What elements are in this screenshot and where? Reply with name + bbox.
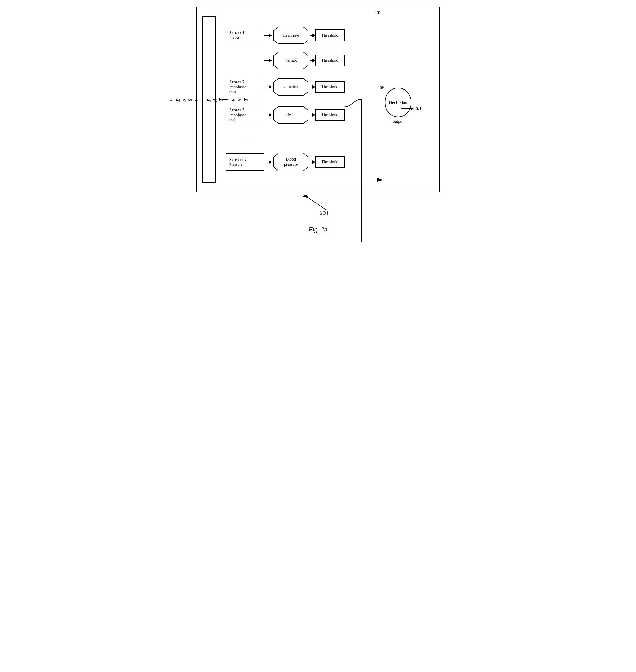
octagon5-wrapper: Blood pressure — [272, 152, 310, 172]
sensor2-title: Sensor 2: — [229, 80, 261, 84]
sensor3-title: Sensor 3: — [229, 108, 261, 113]
diagram-box: 203 205 S E N S E P A T I E N T Sensor 1… — [196, 6, 440, 192]
label-203: 203 — [374, 10, 381, 16]
sensor3-sub: Impedance (Zr) — [229, 113, 261, 122]
threshold2-box: Threshold — [315, 55, 345, 66]
output-label: output — [393, 119, 403, 124]
label-200-area: 200 — [196, 195, 440, 216]
sensor1-box: Sensor 1: IEGM — [226, 26, 264, 44]
decision-label: Deci- sion — [389, 100, 408, 105]
octagon-heart-rate: Heart rate — [273, 26, 309, 44]
threshold1-label: Threshold — [322, 33, 339, 38]
sensor2-sub: Impedance (Zc) — [229, 84, 261, 94]
arrow-oct3-thr3 — [310, 87, 315, 87]
threshold2-label: Threshold — [322, 58, 339, 63]
octagon-blood-pressure: Blood pressure — [273, 153, 309, 172]
row-heart-rate: Sensor 1: IEGM Heart rate — [226, 25, 345, 46]
sensorn-title: Sensor n: — [229, 157, 261, 162]
arrow-sn-oct5 — [264, 162, 272, 162]
arrow-200-svg — [303, 195, 333, 213]
sense-patient-label: S E N S E P A T I E N T — [169, 98, 249, 101]
sense-patient-box: S E N S E P A T I E N T — [202, 16, 216, 183]
sensor1-title: Sensor 1: — [229, 31, 261, 35]
octagon2-label: Variab. — [285, 58, 297, 63]
dots-row: . . . — [226, 131, 345, 146]
dots: . . . — [226, 135, 264, 142]
octagon3-label: variation — [283, 84, 298, 90]
page-container: 201 203 205 S E N S E P A T I E N T — [184, 6, 452, 233]
octagon2-wrapper: Variab. — [272, 50, 310, 71]
row-variab: Variab. Threshold — [226, 50, 345, 71]
threshold3-label: Threshold — [322, 84, 339, 89]
threshold1-box: Threshold — [315, 30, 345, 41]
row-sensor2-variation: Sensor 2: Impedance (Zc) variation — [226, 75, 345, 99]
arrow-oct4-thr4 — [310, 115, 315, 115]
connector-svg — [344, 97, 391, 251]
threshold2-wrapper: Threshold — [315, 50, 345, 71]
threshold3-box: Threshold — [315, 81, 345, 93]
octagon1-wrapper: Heart rate — [272, 25, 310, 46]
sensorn-box: Sensor n: Pressure — [226, 153, 264, 171]
diagram-inner: S E N S E P A T I E N T Sensor 1: IEGM — [202, 16, 431, 183]
threshold3-wrapper: Threshold — [315, 77, 345, 97]
octagon4-label: Resp. — [286, 113, 296, 118]
octagon4-wrapper: Resp. — [272, 104, 310, 126]
threshold1-wrapper: Threshold — [315, 25, 345, 46]
arrow-s1-oct1 — [264, 35, 272, 36]
output-arrow-row: 0/1 — [401, 106, 422, 111]
fig-label: Fig. 2a — [309, 226, 327, 233]
octagon3-wrapper: variation — [272, 77, 310, 97]
row-sensor3-resp: Sensor 3: Impedance (Zr) Resp. — [226, 103, 345, 127]
octagon-variab: Variab. — [273, 52, 309, 70]
sensor2-box: Sensor 2: Impedance (Zc) — [226, 77, 264, 97]
main-entry-arrow — [221, 99, 226, 100]
threshold4-label: Threshold — [322, 113, 339, 117]
threshold5-label: Threshold — [322, 160, 339, 165]
svg-line-8 — [309, 198, 327, 210]
main-content-area: Sensor 1: IEGM Heart rate — [226, 16, 431, 183]
octagon1-label: Heart rate — [282, 33, 299, 38]
threshold5-wrapper: Threshold — [315, 152, 345, 172]
sensorn-sub: Pressure — [229, 162, 261, 167]
sensor3-box: Sensor 3: Impedance (Zr) — [226, 104, 264, 126]
arrow-oct2-thr2 — [310, 60, 315, 61]
octagon5-label: Blood pressure — [284, 157, 298, 167]
output-row: output — [393, 119, 403, 124]
zero-one-label: 0/1 — [416, 106, 422, 111]
octagon-variation: variation — [273, 78, 309, 96]
sensor1-sub: IEGM — [229, 35, 261, 40]
arrow-s3-oct4 — [264, 115, 272, 115]
output-arrow — [401, 109, 413, 109]
output-arrowhead — [411, 107, 414, 111]
label-200: 200 — [320, 210, 328, 216]
arrow-oct5-thr5 — [310, 162, 315, 162]
octagon-resp: Resp. — [273, 106, 309, 124]
arrow-s1-oct2 — [264, 60, 272, 61]
arrow-oct1-thr1 — [310, 35, 315, 36]
arrow-s2-oct3 — [264, 87, 272, 87]
threshold4-wrapper: Threshold — [315, 104, 345, 126]
threshold4-box: Threshold — [315, 109, 345, 121]
threshold5-box: Threshold — [315, 156, 345, 168]
row-sensorn-blood: Sensor n: Pressure Blood pressure — [226, 150, 345, 174]
